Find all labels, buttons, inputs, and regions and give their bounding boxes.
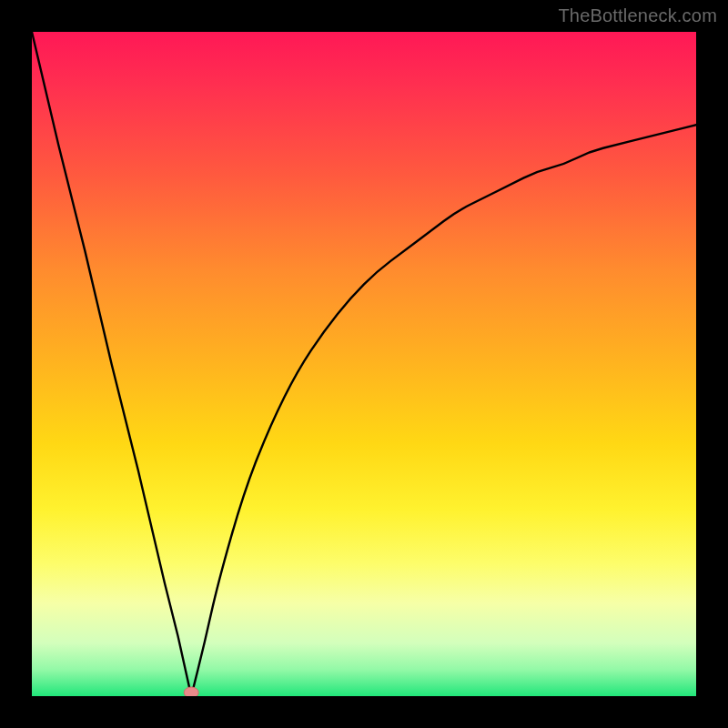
bottleneck-curve-path — [32, 32, 696, 696]
chart-frame: TheBottleneck.com — [0, 0, 728, 728]
watermark-text: TheBottleneck.com — [558, 5, 717, 26]
min-marker — [184, 687, 198, 696]
plot-area — [32, 32, 696, 696]
curve-layer — [32, 32, 696, 696]
